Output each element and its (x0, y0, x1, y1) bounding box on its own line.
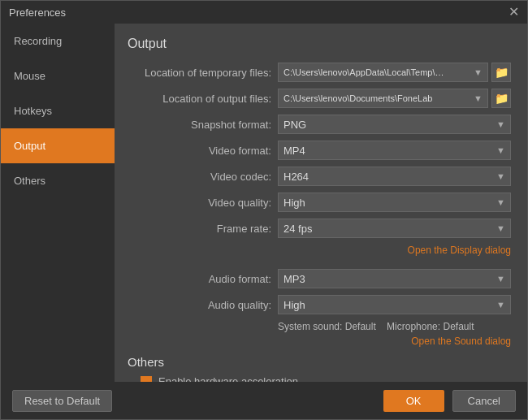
audio-format-arrow-icon: ▼ (496, 274, 505, 284)
frame-rate-value: 24 fps (283, 223, 312, 235)
video-format-row: Video format: MP4 ▼ (128, 141, 511, 160)
video-quality-select[interactable]: High ▼ (278, 193, 511, 212)
display-dialog-link[interactable]: Open the Display dialog (128, 245, 511, 256)
audio-quality-value: High (283, 299, 305, 311)
audio-format-value: MP3 (283, 273, 305, 285)
temp-files-arrow-icon: ▼ (474, 67, 483, 77)
snapshot-arrow-icon: ▼ (496, 119, 505, 129)
video-quality-label: Video quality: (128, 197, 278, 209)
folder-icon-2: 📁 (495, 92, 509, 105)
video-format-value: MP4 (283, 145, 305, 157)
video-quality-arrow-icon: ▼ (496, 197, 505, 207)
footer: Reset to Default OK Cancel (1, 382, 527, 419)
sidebar-item-hotkeys[interactable]: Hotkeys (1, 93, 115, 128)
audio-info-text: System sound: Default Microphone: Defaul… (278, 321, 511, 332)
temp-files-value: C:\Users\lenovo\AppData\Local\Temp\Scree… (283, 67, 446, 77)
video-codec-select[interactable]: H264 ▼ (278, 167, 511, 186)
video-format-control: MP4 ▼ (278, 141, 511, 160)
video-codec-arrow-icon: ▼ (496, 171, 505, 181)
temp-files-control: C:\Users\lenovo\AppData\Local\Temp\Scree… (278, 63, 511, 82)
audio-format-row: Audio format: MP3 ▼ (128, 269, 511, 288)
video-quality-value: High (283, 197, 305, 209)
sidebar-item-mouse[interactable]: Mouse (1, 58, 115, 93)
audio-quality-row: Audio quality: High ▼ (128, 295, 511, 314)
audio-info-row: System sound: Default Microphone: Defaul… (128, 321, 511, 332)
snapshot-format-select[interactable]: PNG ▼ (278, 115, 511, 134)
audio-quality-label: Audio quality: (128, 299, 278, 311)
temp-files-folder-button[interactable]: 📁 (491, 63, 511, 82)
temp-files-row: Location of temporary files: C:\Users\le… (128, 63, 511, 82)
hardware-accel-row: Enable hardware acceleration (128, 375, 511, 382)
temp-files-label: Location of temporary files: (128, 67, 278, 79)
video-codec-label: Video codec: (128, 171, 278, 183)
video-codec-control: H264 ▼ (278, 167, 511, 186)
output-files-arrow-icon: ▼ (474, 93, 483, 103)
video-codec-row: Video codec: H264 ▼ (128, 167, 511, 186)
system-sound-label: System sound: (278, 321, 342, 332)
output-files-row: Location of output files: C:\Users\lenov… (128, 89, 511, 108)
frame-rate-control: 24 fps ▼ (278, 219, 511, 238)
output-files-select[interactable]: C:\Users\lenovo\Documents\FoneLab ▼ (278, 89, 488, 108)
audio-quality-arrow-icon: ▼ (496, 300, 505, 310)
frame-rate-row: Frame rate: 24 fps ▼ (128, 219, 511, 238)
sidebar-item-output[interactable]: Output (1, 128, 115, 163)
close-button[interactable]: ✕ (509, 6, 519, 19)
output-section-title: Output (128, 37, 511, 51)
frame-rate-arrow-icon: ▼ (496, 223, 505, 233)
sidebar: Recording Mouse Hotkeys Output Others (1, 24, 115, 382)
microphone-value: Default (443, 321, 474, 332)
reset-button[interactable]: Reset to Default (12, 390, 112, 412)
video-codec-value: H264 (283, 171, 309, 183)
sidebar-item-recording[interactable]: Recording (1, 24, 115, 58)
main-content: Recording Mouse Hotkeys Output Others Ou… (1, 24, 527, 382)
output-files-control: C:\Users\lenovo\Documents\FoneLab ▼ 📁 (278, 89, 511, 108)
sound-dialog-link[interactable]: Open the Sound dialog (128, 336, 511, 347)
audio-format-label: Audio format: (128, 273, 278, 285)
temp-files-select[interactable]: C:\Users\lenovo\AppData\Local\Temp\Scree… (278, 63, 488, 82)
content-area: Output Location of temporary files: C:\U… (115, 24, 527, 382)
microphone-label: Microphone: (387, 321, 440, 332)
snapshot-format-value: PNG (283, 119, 306, 131)
folder-icon: 📁 (495, 66, 509, 79)
snapshot-format-row: Snapshot format: PNG ▼ (128, 115, 511, 134)
title-bar: Preferences ✕ (1, 1, 527, 24)
others-section-title: Others (128, 355, 511, 369)
video-quality-control: High ▼ (278, 193, 511, 212)
hardware-accel-checkbox[interactable] (141, 376, 152, 383)
dialog-title: Preferences (9, 6, 66, 19)
ok-button[interactable]: OK (383, 390, 444, 412)
audio-format-select[interactable]: MP3 ▼ (278, 269, 511, 288)
frame-rate-label: Frame rate: (128, 223, 278, 235)
cancel-button[interactable]: Cancel (452, 390, 516, 412)
video-format-arrow-icon: ▼ (496, 145, 505, 155)
preferences-dialog: Preferences ✕ Recording Mouse Hotkeys Ou… (0, 0, 528, 420)
video-format-label: Video format: (128, 145, 278, 157)
audio-quality-select[interactable]: High ▼ (278, 295, 511, 314)
hardware-accel-label: Enable hardware acceleration (158, 375, 298, 382)
output-files-label: Location of output files: (128, 93, 278, 105)
output-files-folder-button[interactable]: 📁 (491, 89, 511, 108)
snapshot-format-label: Snapshot format: (128, 119, 278, 131)
output-files-value: C:\Users\lenovo\Documents\FoneLab (283, 93, 432, 103)
video-format-select[interactable]: MP4 ▼ (278, 141, 511, 160)
snapshot-format-control: PNG ▼ (278, 115, 511, 134)
audio-quality-control: High ▼ (278, 295, 511, 314)
system-sound-value: Default (345, 321, 376, 332)
sidebar-item-others[interactable]: Others (1, 163, 115, 198)
frame-rate-select[interactable]: 24 fps ▼ (278, 219, 511, 238)
video-quality-row: Video quality: High ▼ (128, 193, 511, 212)
content-wrapper: Output Location of temporary files: C:\U… (115, 24, 527, 382)
footer-actions: OK Cancel (383, 390, 516, 412)
audio-format-control: MP3 ▼ (278, 269, 511, 288)
